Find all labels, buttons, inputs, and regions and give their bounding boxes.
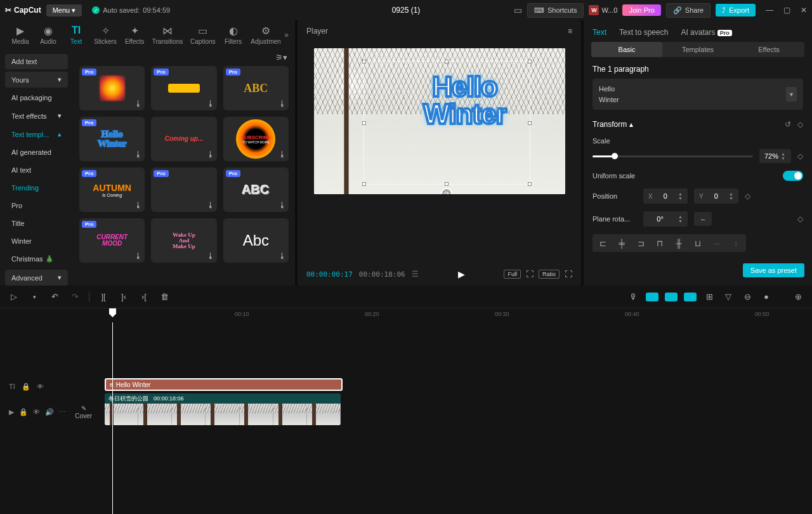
- menu-button[interactable]: Menu ▾: [46, 4, 82, 16]
- download-icon[interactable]: ⭳: [207, 150, 214, 159]
- eye-icon[interactable]: 👁: [37, 383, 44, 390]
- share-button[interactable]: 🔗 Share: [666, 3, 710, 18]
- download-icon[interactable]: ⭳: [207, 201, 214, 209]
- resize-handle-bl[interactable]: [362, 182, 366, 186]
- align-center-h-icon[interactable]: ╪: [613, 235, 631, 251]
- sidebar-item-ai-text[interactable]: AI text: [5, 162, 68, 178]
- ratio-button[interactable]: Ratio: [539, 270, 560, 279]
- crop-icon[interactable]: ⛶: [526, 270, 534, 279]
- resize-handle-r[interactable]: [528, 121, 532, 125]
- aspect-ratio-icon[interactable]: ▭: [514, 5, 522, 15]
- download-icon[interactable]: ⭳: [278, 251, 286, 260]
- tab-effects[interactable]: ✦Effects: [121, 24, 148, 45]
- reset-icon[interactable]: ↺: [785, 120, 791, 129]
- zoom-in-icon[interactable]: ⊕: [792, 292, 804, 301]
- align-left-icon[interactable]: ⊏: [594, 235, 612, 251]
- uniform-scale-toggle[interactable]: [783, 171, 803, 181]
- download-icon[interactable]: ⭳: [278, 150, 286, 159]
- expand-text-icon[interactable]: ▾: [786, 87, 797, 102]
- align-top-icon[interactable]: ⊓: [651, 235, 669, 251]
- keyframe-rot-icon[interactable]: ◇: [797, 214, 803, 223]
- tab-adjustment[interactable]: ⚙Adjustmen: [247, 24, 285, 45]
- keyframe-scale-icon[interactable]: ◇: [797, 152, 803, 161]
- full-button[interactable]: Full: [504, 270, 521, 279]
- playhead[interactable]: [112, 322, 113, 514]
- download-icon[interactable]: ⭳: [207, 251, 214, 260]
- sidebar-item-christmas[interactable]: Christmas 🎄: [5, 251, 68, 267]
- resize-handle-b[interactable]: [445, 182, 449, 186]
- template-item[interactable]: Wake Up And Make Up⭳: [151, 218, 216, 263]
- stepper-icon[interactable]: ▲▼: [678, 214, 683, 223]
- keyframe-pos-icon[interactable]: ◇: [745, 192, 750, 201]
- split-left-icon[interactable]: ]‹: [117, 292, 130, 301]
- delete-icon[interactable]: 🗑: [158, 292, 171, 301]
- tab-transitions[interactable]: ⋈Transitions: [148, 24, 187, 45]
- redo-icon[interactable]: ↷: [69, 292, 81, 301]
- template-item[interactable]: Pro⭳: [151, 168, 216, 212]
- yours-dropdown[interactable]: Yours▾: [5, 72, 68, 88]
- mute-icon[interactable]: 🔊: [45, 408, 54, 416]
- stepper-icon[interactable]: ▲▼: [678, 192, 683, 201]
- download-icon[interactable]: ⭳: [207, 99, 214, 108]
- split-icon[interactable]: ][: [97, 292, 110, 301]
- player-viewport[interactable]: HelloWinter ⟳: [298, 42, 581, 263]
- eye-icon[interactable]: 👁: [33, 408, 40, 416]
- undo-icon[interactable]: ↶: [48, 292, 61, 301]
- zoom-slider-icon[interactable]: ●: [760, 292, 773, 301]
- user-info[interactable]: W W...0: [589, 5, 617, 15]
- tab-text-props[interactable]: Text: [593, 28, 606, 37]
- tab-text[interactable]: TIText: [62, 24, 90, 45]
- lock-icon[interactable]: 🔒: [19, 408, 28, 416]
- template-item[interactable]: ProABC⭳: [223, 168, 289, 212]
- sidebar-item-winter[interactable]: Winter: [5, 234, 68, 249]
- pos-y-input[interactable]: Y0▲▼: [694, 188, 738, 204]
- magnet-toggle[interactable]: [646, 293, 658, 301]
- zoom-out-icon[interactable]: ⊖: [741, 292, 754, 301]
- more-icon[interactable]: ⋯: [59, 408, 66, 416]
- sidebar-item-text-effects[interactable]: Text effects▾: [5, 108, 68, 124]
- tab-stickers[interactable]: ✧Stickers: [90, 24, 121, 45]
- resize-handle-tl[interactable]: [362, 60, 366, 63]
- list-icon[interactable]: ☰: [412, 270, 419, 279]
- resize-handle-l[interactable]: [362, 121, 366, 125]
- resize-handle-tr[interactable]: [528, 60, 532, 63]
- template-item[interactable]: ProCURRENT MOOD⭳: [79, 218, 145, 263]
- maximize-button[interactable]: ▢: [783, 6, 790, 15]
- subtab-templates[interactable]: Templates: [662, 42, 733, 57]
- scale-value[interactable]: 72%▲▼: [759, 149, 791, 163]
- align-center-v-icon[interactable]: ╫: [670, 235, 688, 251]
- select-tool-icon[interactable]: ▷: [8, 292, 20, 301]
- download-icon[interactable]: ⭳: [134, 251, 142, 260]
- save-preset-button[interactable]: Save as preset: [743, 263, 804, 277]
- text-content-input[interactable]: Hello Winter ▾: [593, 79, 803, 110]
- track-options-icon[interactable]: ⊞: [703, 292, 716, 301]
- link-toggle[interactable]: [665, 293, 678, 301]
- advanced-dropdown[interactable]: Advanced▾: [5, 270, 68, 286]
- sidebar-item-pro[interactable]: Pro: [5, 198, 68, 213]
- export-button[interactable]: ⤴ Export: [716, 4, 756, 16]
- timeline-tracks[interactable]: ≡ Hello Winter 冬日积雪的公园 00:00:18:06: [105, 322, 812, 514]
- download-icon[interactable]: ⭳: [134, 201, 142, 209]
- subtab-basic[interactable]: Basic: [591, 42, 662, 57]
- tab-tts[interactable]: Text to speech: [619, 28, 668, 37]
- timeline-ruler[interactable]: 00:10 00:20 00:30 00:40 00:50: [105, 308, 812, 322]
- template-item[interactable]: ProAUTUMNIs Coming⭳: [79, 168, 145, 212]
- tab-audio[interactable]: ◉Audio: [34, 24, 62, 45]
- preview-canvas[interactable]: HelloWinter ⟳: [314, 48, 565, 194]
- marker-icon[interactable]: ▽: [722, 292, 735, 301]
- tab-ai-avatars[interactable]: AI avatars Pro: [681, 28, 731, 37]
- template-item[interactable]: ProHello Winter⭳: [79, 117, 145, 161]
- sidebar-item-title[interactable]: Title: [5, 216, 68, 231]
- subtab-effects[interactable]: Effects: [733, 42, 804, 57]
- download-icon[interactable]: ⭳: [134, 99, 142, 108]
- stepper-icon[interactable]: ▲▼: [729, 192, 733, 201]
- project-title[interactable]: 0925 (1): [392, 6, 421, 15]
- align-bottom-icon[interactable]: ⊔: [689, 235, 707, 251]
- resize-handle-t[interactable]: [445, 60, 449, 63]
- template-item[interactable]: Pro⭳: [151, 66, 216, 110]
- selection-box[interactable]: ⟳: [363, 61, 530, 185]
- rotation-input[interactable]: 0°▲▼: [643, 211, 688, 227]
- pos-x-input[interactable]: X0▲▼: [643, 188, 688, 204]
- lock-icon[interactable]: 🔒: [22, 383, 30, 391]
- minimize-button[interactable]: —: [766, 6, 773, 15]
